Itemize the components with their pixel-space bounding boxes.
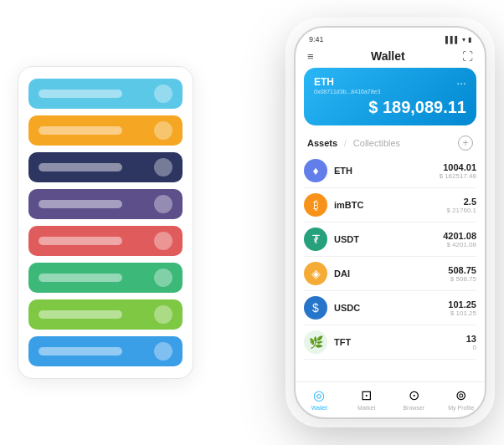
wallet-card-item-card-blue[interactable] [28, 336, 183, 366]
tab-divider: / [344, 139, 347, 148]
nav-browser[interactable]: ⊙ Browser [390, 387, 438, 411]
asset-row-usdt[interactable]: ₮USDT4201.08$ 4201.08 [304, 222, 476, 257]
asset-primary-eth: 1004.01 [440, 162, 477, 172]
card-bar [39, 237, 122, 245]
wallet-card-item-card-dark-navy[interactable] [28, 152, 183, 182]
expand-icon[interactable]: ⛶ [462, 50, 473, 63]
card-dot [154, 305, 172, 324]
asset-secondary-dai: $ 508.75 [448, 275, 476, 283]
asset-name-usdt: USDT [334, 234, 443, 244]
page-title: Wallet [371, 49, 405, 63]
wallet-coin-label: ETH [314, 76, 380, 88]
asset-amounts-usdt: 4201.08$ 4201.08 [443, 231, 476, 248]
asset-amounts-imbtc: 2.5$ 21760.1 [446, 197, 476, 214]
card-dot [154, 269, 172, 287]
battery-icon: ▮ [468, 36, 471, 43]
asset-row-usdc[interactable]: $USDC101.25$ 101.25 [304, 291, 476, 325]
asset-row-tft[interactable]: 🌿TFT130 [304, 325, 476, 360]
card-dot [154, 158, 172, 176]
add-asset-button[interactable]: + [458, 136, 473, 151]
assets-tab[interactable]: Assets [307, 138, 337, 148]
wallet-more-button[interactable]: ··· [456, 76, 466, 90]
wallet-card-item-card-red[interactable] [28, 226, 183, 256]
asset-row-dai[interactable]: ◈DAI508.75$ 508.75 [304, 257, 476, 291]
asset-row-imbtc[interactable]: ₿imBTC2.5$ 21760.1 [304, 188, 476, 222]
profile-nav-icon: ⊚ [455, 387, 466, 403]
nav-wallet[interactable]: ◎ Wallet [296, 387, 343, 411]
asset-primary-imbtc: 2.5 [446, 197, 476, 207]
nav-market[interactable]: ⊡ Market [343, 387, 391, 411]
asset-name-eth: ETH [334, 166, 440, 176]
wallet-coin-info: ETH 0x08711d3b...8416a78e3 [314, 76, 380, 95]
card-bar [39, 163, 122, 171]
collectibles-tab[interactable]: Collectibles [353, 138, 400, 148]
assets-tabs: Assets / Collectibles [307, 138, 400, 148]
status-bar: 9:41 ▌▌▌ ▾ ▮ [296, 28, 485, 46]
card-dot [154, 232, 172, 250]
asset-primary-usdt: 4201.08 [443, 231, 476, 241]
status-time: 9:41 [309, 35, 324, 43]
asset-icon-usdt: ₮ [304, 228, 327, 251]
asset-secondary-eth: $ 162517.48 [440, 172, 477, 180]
card-dot [154, 121, 172, 140]
asset-icon-imbtc: ₿ [304, 193, 327, 217]
wallet-card[interactable]: ETH 0x08711d3b...8416a78e3 ··· $ 189,089… [304, 68, 476, 125]
wallet-nav-label: Wallet [311, 405, 327, 411]
phone-mockup: 9:41 ▌▌▌ ▾ ▮ ≡ Wallet ⛶ ETH 0x08711d3b..… [294, 26, 486, 419]
wallet-card-item-card-blue-light[interactable] [28, 79, 183, 109]
wallet-card-top: ETH 0x08711d3b...8416a78e3 ··· [314, 76, 466, 95]
status-icons: ▌▌▌ ▾ ▮ [445, 36, 471, 43]
asset-icon-dai: ◈ [304, 262, 327, 285]
card-stack [18, 66, 193, 379]
asset-name-dai: DAI [334, 269, 448, 279]
asset-icon-eth: ♦ [304, 159, 327, 182]
asset-primary-tft: 13 [466, 334, 476, 344]
asset-secondary-usdc: $ 101.25 [448, 309, 476, 317]
card-bar [39, 200, 122, 208]
assets-header: Assets / Collectibles + [296, 132, 485, 154]
profile-nav-label: My Profile [448, 405, 474, 411]
asset-secondary-usdt: $ 4201.08 [443, 241, 476, 248]
card-bar [39, 310, 122, 319]
asset-secondary-imbtc: $ 21760.1 [446, 207, 476, 214]
wallet-card-item-card-orange[interactable] [28, 115, 183, 146]
card-bar [39, 347, 122, 355]
asset-row-eth[interactable]: ♦ETH1004.01$ 162517.48 [304, 154, 476, 188]
phone-header: ≡ Wallet ⛶ [296, 46, 485, 68]
wifi-icon: ▾ [462, 36, 465, 43]
card-dot [154, 84, 172, 103]
asset-list: ♦ETH1004.01$ 162517.48₿imBTC2.5$ 21760.1… [296, 154, 485, 381]
signal-icon: ▌▌▌ [445, 36, 460, 43]
asset-icon-tft: 🌿 [304, 330, 327, 354]
asset-name-imbtc: imBTC [334, 200, 446, 210]
card-bar [39, 126, 122, 135]
market-nav-label: Market [357, 405, 375, 411]
bottom-nav: ◎ Wallet ⊡ Market ⊙ Browser ⊚ My Profile [296, 381, 485, 417]
asset-icon-usdc: $ [304, 296, 327, 320]
wallet-nav-icon: ◎ [313, 387, 325, 403]
main-scene: 9:41 ▌▌▌ ▾ ▮ ≡ Wallet ⛶ ETH 0x08711d3b..… [18, 13, 486, 432]
wallet-address: 0x08711d3b...8416a78e3 [314, 89, 380, 95]
card-bar [39, 274, 122, 282]
asset-name-usdc: USDC [334, 303, 448, 313]
wallet-card-item-card-green[interactable] [28, 263, 183, 293]
wallet-balance: $ 189,089.11 [314, 98, 466, 117]
menu-icon[interactable]: ≡ [307, 50, 314, 63]
asset-amounts-usdc: 101.25$ 101.25 [448, 299, 476, 317]
asset-amounts-dai: 508.75$ 508.75 [448, 265, 476, 283]
card-dot [154, 342, 172, 361]
asset-name-tft: TFT [334, 337, 466, 347]
asset-secondary-tft: 0 [466, 344, 476, 351]
market-nav-icon: ⊡ [361, 387, 372, 403]
card-dot [154, 195, 172, 213]
browser-nav-icon: ⊙ [409, 387, 419, 403]
wallet-card-item-card-purple[interactable] [28, 189, 183, 219]
browser-nav-label: Browser [403, 405, 424, 411]
wallet-card-item-card-light-green[interactable] [28, 299, 183, 330]
asset-amounts-eth: 1004.01$ 162517.48 [440, 162, 477, 180]
asset-primary-usdc: 101.25 [448, 299, 476, 309]
asset-primary-dai: 508.75 [448, 265, 476, 275]
asset-amounts-tft: 130 [466, 334, 476, 351]
nav-profile[interactable]: ⊚ My Profile [438, 387, 486, 411]
card-bar [39, 90, 122, 98]
